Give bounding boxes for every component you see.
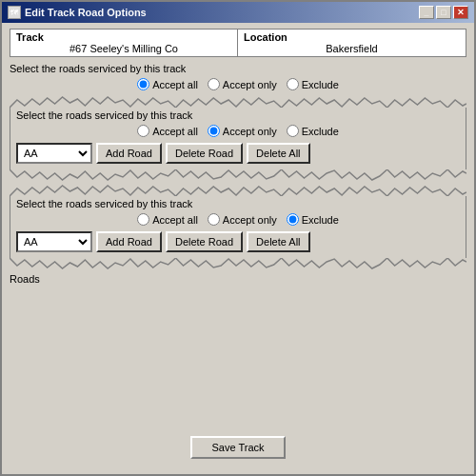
top-accept-all-radio[interactable] <box>137 78 149 90</box>
top-accept-only-radio[interactable] <box>208 78 220 90</box>
top-exclude-label: Exclude <box>302 79 339 90</box>
panel1-torn-bottom <box>10 169 466 181</box>
panel1-exclude-radio[interactable] <box>287 125 299 137</box>
panel2-accept-all-radio[interactable] <box>137 213 149 226</box>
top-accept-all-label: Accept all <box>152 79 198 90</box>
track-value: #67 Seeley's Milling Co <box>16 43 231 54</box>
close-button[interactable]: ✕ <box>453 6 468 19</box>
save-track-button[interactable]: Save Track <box>190 436 285 459</box>
panel2-exclude-option[interactable]: Exclude <box>287 213 339 226</box>
panel2-accept-only-option[interactable]: Accept only <box>208 213 277 226</box>
panel2-content: Select the roads serviced by this track … <box>10 196 466 258</box>
panel1-accept-only-radio[interactable] <box>208 125 220 137</box>
top-section: Select the roads serviced by this track … <box>10 61 466 92</box>
main-window: 🗺 Edit Track Road Options _ □ ✕ Track #6… <box>0 0 476 476</box>
panel1-torn-top <box>10 96 466 108</box>
location-cell: Location Bakersfield <box>238 30 466 56</box>
panel2-accept-all-label: Accept all <box>152 214 198 226</box>
panel2-delete-road-button[interactable]: Delete Road <box>166 231 243 252</box>
top-accept-all-option[interactable]: Accept all <box>137 78 198 90</box>
panel1-accept-all-label: Accept all <box>152 126 198 137</box>
panel1-delete-road-button[interactable]: Delete Road <box>166 143 243 164</box>
panel2-exclude-radio[interactable] <box>287 213 299 226</box>
panel1-accept-all-option[interactable]: Accept all <box>137 125 198 137</box>
location-label: Location <box>244 31 460 43</box>
panel1-exclude-label: Exclude <box>302 126 339 137</box>
panel1-exclude-option[interactable]: Exclude <box>287 125 339 137</box>
panel2-button-row: AA Add Road Delete Road Delete All <box>16 231 460 252</box>
save-area: Save Track <box>10 290 466 468</box>
location-value: Bakersfield <box>244 43 460 54</box>
panel1-wrapper: Select the roads serviced by this track … <box>10 96 466 181</box>
top-exclude-radio[interactable] <box>287 78 299 90</box>
panel1-content: Select the roads serviced by this track … <box>10 108 466 169</box>
panel1-add-road-button[interactable]: Add Road <box>96 143 162 164</box>
panel2-torn-top <box>10 185 466 196</box>
panel2-wrapper: Select the roads serviced by this track … <box>10 185 466 269</box>
header-row: Track #67 Seeley's Milling Co Location B… <box>10 29 466 57</box>
panel1-accept-only-option[interactable]: Accept only <box>208 125 277 137</box>
window-title: Edit Track Road Options <box>25 7 147 18</box>
track-cell: Track #67 Seeley's Milling Co <box>10 30 238 56</box>
title-buttons: _ □ ✕ <box>419 6 468 19</box>
panel2-road-select[interactable]: AA <box>16 231 92 252</box>
panel2-accept-only-label: Accept only <box>223 214 277 226</box>
panel1-label: Select the roads serviced by this track <box>16 108 460 123</box>
panel1-accept-all-radio[interactable] <box>137 125 149 137</box>
panel2-accept-only-radio[interactable] <box>208 213 220 226</box>
content-area: Track #67 Seeley's Milling Co Location B… <box>2 23 474 474</box>
top-accept-only-option[interactable]: Accept only <box>208 78 277 90</box>
title-bar: 🗺 Edit Track Road Options _ □ ✕ <box>2 2 474 23</box>
bottom-roads-label: Roads <box>10 273 466 287</box>
track-label: Track <box>16 31 231 43</box>
panel2-accept-all-option[interactable]: Accept all <box>137 213 198 226</box>
top-accept-only-label: Accept only <box>223 79 277 90</box>
panel1-road-select[interactable]: AA <box>16 143 92 164</box>
window-icon: 🗺 <box>8 6 21 19</box>
panel2-torn-bottom <box>10 258 466 269</box>
top-radio-group: Accept all Accept only Exclude <box>10 76 466 92</box>
panel1-button-row: AA Add Road Delete Road Delete All <box>16 143 460 164</box>
top-exclude-option[interactable]: Exclude <box>287 78 339 90</box>
top-section-label: Select the roads serviced by this track <box>10 61 466 76</box>
minimize-button[interactable]: _ <box>419 6 434 19</box>
panel2-exclude-label: Exclude <box>302 214 339 226</box>
panel2-label: Select the roads serviced by this track <box>16 196 460 211</box>
panel1-accept-only-label: Accept only <box>223 126 277 137</box>
panel2-radio-group: Accept all Accept only Exclude <box>16 211 460 228</box>
panel1-delete-all-button[interactable]: Delete All <box>247 143 309 164</box>
panel2-delete-all-button[interactable]: Delete All <box>247 231 309 252</box>
panel1-radio-group: Accept all Accept only Exclude <box>16 123 460 139</box>
maximize-button[interactable]: □ <box>436 6 451 19</box>
panel2-add-road-button[interactable]: Add Road <box>96 231 162 252</box>
